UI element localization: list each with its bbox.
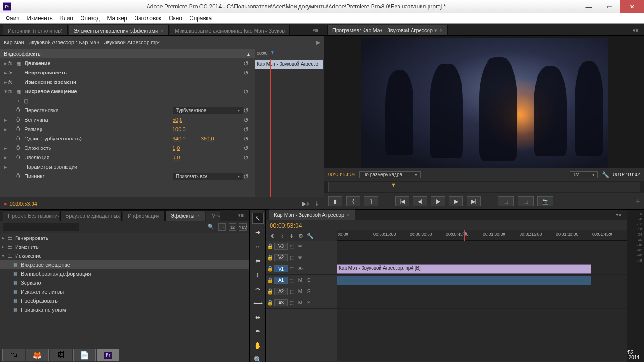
prop-offset[interactable]: ŎСдвиг (турбулентность)640,0360,0↺ (0, 134, 255, 143)
reset-icon[interactable]: ↺ (243, 116, 252, 123)
tab-effect-controls[interactable]: Элементы управления эффектами× (69, 25, 169, 35)
video-clip[interactable]: Кар Мэн - Звуковой Агрессор.mp4 [B] (337, 264, 591, 274)
slide-tool[interactable]: ⬌ (252, 312, 264, 323)
export-frame-button[interactable]: 📷 (537, 196, 553, 206)
mark-clip-button[interactable]: } (364, 196, 378, 206)
offset-y-value[interactable]: 360,0 (201, 136, 229, 141)
video-preview[interactable] (361, 38, 608, 168)
close-icon[interactable]: × (347, 213, 350, 218)
effect-turbulent-displace[interactable]: ▾fx▦Вихревое смещение↺ (0, 87, 255, 96)
panel-menu-icon[interactable]: ▾≡ (311, 25, 320, 35)
slip-tool[interactable]: ⟷ (252, 297, 264, 309)
timeline-ruler[interactable]: 00:00 00:00:15:00 00:00:30:00 00:00:45:0… (337, 230, 627, 241)
hand-tool[interactable]: ✋ (252, 340, 264, 351)
tab-source[interactable]: Источник: (нет клипов) (3, 25, 68, 35)
taskbar-app1[interactable]: 🖼 (50, 349, 72, 361)
complexity-value[interactable]: 1,0 (173, 145, 201, 151)
tab-markers[interactable]: М » (206, 210, 220, 221)
close-button[interactable]: ✕ (620, 0, 644, 13)
menu-clip[interactable]: Клип (57, 14, 77, 23)
rolling-tool[interactable]: ⇔ (252, 255, 264, 266)
chevron-right-icon[interactable]: ▶ (316, 40, 320, 46)
reset-icon[interactable]: ↺ (243, 173, 252, 180)
folder-generate[interactable]: Генерировать (15, 235, 48, 241)
lane-a3[interactable] (337, 297, 627, 309)
go-to-out-button[interactable]: ▶| (467, 196, 481, 206)
add-button[interactable]: + (636, 197, 640, 206)
export-icon[interactable]: ⭳ (314, 200, 320, 207)
reset-icon[interactable]: ↺ (243, 69, 252, 76)
prop-displacement[interactable]: ŎПерестановкаТурбулентное↺ (0, 106, 255, 115)
prop-pinning[interactable]: ŎПиннингПривязать все↺ (0, 172, 255, 181)
resolution-dropdown[interactable]: 1/2 (570, 171, 598, 178)
reset-icon[interactable]: ↺ (243, 107, 252, 114)
track-a1-header[interactable]: 🔒A1⬚MS (266, 275, 337, 286)
ripple-tool[interactable]: ↔ (252, 241, 264, 252)
folder-change[interactable]: Изменить (15, 244, 39, 250)
playhead-icon[interactable]: ▼ (391, 182, 396, 188)
close-icon[interactable]: × (440, 28, 443, 33)
taskbar-app2[interactable]: 📄 (73, 349, 96, 361)
audio-clip[interactable] (337, 276, 591, 285)
effect-time-remap[interactable]: ▸fxИзменение времени (0, 77, 255, 87)
rate-stretch-tool[interactable]: ↕ (252, 269, 264, 280)
tab-info[interactable]: Информация (123, 210, 165, 221)
track-a3-header[interactable]: 🔒A3⬚MS (266, 297, 337, 309)
effect-item-wave[interactable]: Волнообразная деформация (21, 271, 91, 277)
effect-item-lens[interactable]: Искажение линзы (21, 289, 64, 295)
effect-opacity[interactable]: ▸fxНепрозрачность↺ (0, 68, 255, 77)
prop-evolution[interactable]: ▸ŎЭволюция0,0↺ (0, 153, 255, 162)
lane-v3[interactable] (337, 241, 627, 252)
effect-item-turbulent[interactable]: Вихревое смещение (21, 262, 70, 268)
collapse-icon[interactable]: ▲ (246, 51, 251, 57)
reset-icon[interactable]: ↺ (243, 145, 252, 152)
settings-icon[interactable]: ⚙ (297, 232, 305, 239)
marker-icon[interactable]: ↧ (288, 232, 295, 239)
panel-menu-icon[interactable]: ▾≡ (631, 25, 640, 35)
selection-tool[interactable]: ↖ (252, 213, 264, 224)
evolution-value[interactable]: 0,0 (173, 155, 201, 160)
effects-tree[interactable]: ▸🗀Генерировать ▸🗀Изменить ▾🗀Искажение ▦В… (0, 233, 249, 362)
prop-amount[interactable]: ▸ŎВеличина50,0↺ (0, 115, 255, 124)
close-icon[interactable]: × (161, 28, 164, 33)
mark-out-button[interactable]: { (346, 196, 360, 206)
reset-icon[interactable]: ↺ (243, 154, 252, 161)
reset-icon[interactable]: ↺ (243, 88, 252, 95)
tab-project[interactable]: Проект: Без названия (3, 210, 59, 221)
program-scrubber[interactable]: ▼ (328, 182, 640, 192)
pen-tool[interactable]: ✒ (252, 326, 264, 337)
video-effects-section[interactable]: Видеоэффекты ▲ (0, 49, 255, 58)
amount-value[interactable]: 50,0 (173, 117, 201, 123)
minimize-button[interactable]: — (578, 0, 599, 13)
menu-title[interactable]: Заголовок (131, 14, 165, 23)
track-v3-header[interactable]: 🔒V3⬚👁 (266, 241, 337, 252)
reset-icon[interactable]: ↺ (243, 126, 252, 133)
tab-sequence[interactable]: Кар Мэн - Звуковой Агрессор× (269, 209, 355, 220)
track-v1-header[interactable]: 🔒V1⬚👁 (266, 263, 337, 275)
prop-size[interactable]: ▸ŎРазмер100,0↺ (0, 124, 255, 134)
close-icon[interactable]: × (197, 214, 200, 219)
playhead-icon[interactable]: ▼ (270, 50, 275, 55)
link-icon[interactable]: ⌇ (278, 232, 286, 239)
zoom-tool[interactable]: 🔍 (252, 354, 264, 362)
effect-motion[interactable]: ▸fx▦Движение↺ (0, 58, 255, 68)
menu-file[interactable]: Файл (2, 14, 24, 23)
taskbar-premiere[interactable]: Pr (97, 349, 119, 361)
reset-icon[interactable]: ↺ (243, 60, 252, 67)
taskbar-explorer[interactable]: 🗂 (2, 349, 25, 361)
effect-item-corner-pin[interactable]: Привязка по углам (21, 307, 66, 313)
menu-sequence[interactable]: Эпизод (77, 14, 104, 23)
timeline-timecode[interactable]: 00:00:53:04 (270, 222, 302, 229)
wrench-icon[interactable]: 🔧 (306, 232, 314, 239)
lane-a2[interactable] (337, 286, 627, 297)
size-value[interactable]: 100,0 (173, 126, 201, 132)
track-a2-header[interactable]: 🔒A2⬚MS (266, 286, 337, 297)
snap-icon[interactable]: ⊕ (269, 232, 276, 239)
menu-edit[interactable]: Изменить (24, 14, 57, 23)
step-back-button[interactable]: ◀| (413, 196, 427, 206)
playhead-icon[interactable]: ▼ (462, 230, 468, 236)
playhead-line[interactable] (270, 59, 271, 197)
reset-icon[interactable]: ↺ (243, 135, 252, 142)
lane-v2[interactable] (337, 252, 627, 263)
filter-32-icon[interactable]: 32 (229, 223, 236, 231)
